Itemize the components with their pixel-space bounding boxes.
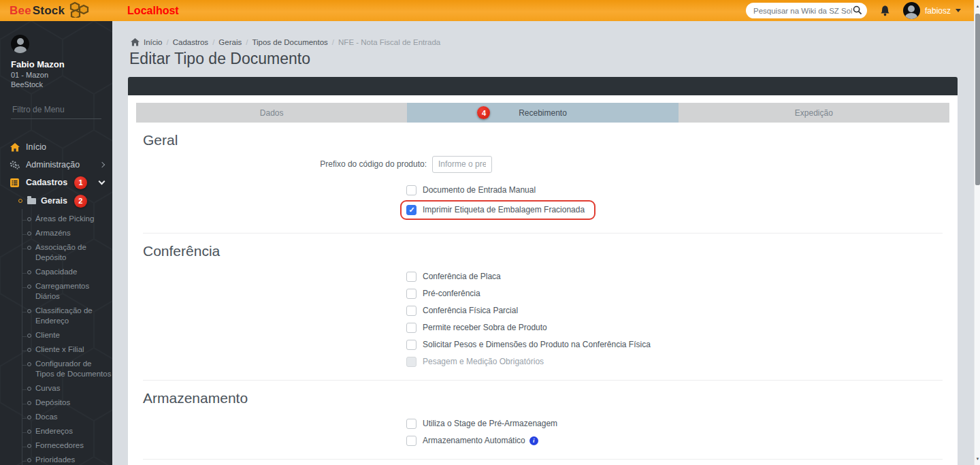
checkbox-label[interactable]: Imprimir Etiqueta de Embalagem Fracionad… xyxy=(423,205,585,214)
breadcrumb-cadastros[interactable]: Cadastros xyxy=(173,38,208,46)
breadcrumb-separator: / xyxy=(167,38,169,46)
checkbox-solicitar-pesos-dimensoes[interactable] xyxy=(406,340,416,350)
bullet-ring-icon xyxy=(18,199,22,203)
bullet-icon xyxy=(27,309,31,313)
prefix-input[interactable] xyxy=(432,156,492,173)
bullet-icon xyxy=(27,231,31,236)
checkbox-label[interactable]: Conferência Física Parcial xyxy=(423,306,518,315)
list-icon xyxy=(10,178,20,187)
breadcrumb-gerais[interactable]: Gerais xyxy=(218,38,242,46)
checkbox-armazenamento-automatico[interactable] xyxy=(406,436,416,446)
sidebar-item-cliente-x-filial[interactable]: Cliente x Filial xyxy=(22,342,112,357)
sidebar-item-enderecos[interactable]: Endereços xyxy=(22,424,112,438)
bullet-icon xyxy=(27,401,31,405)
checkbox-conferencia-fisica-parcial[interactable] xyxy=(406,306,416,316)
prefix-label: Prefixo do código do produto: xyxy=(136,159,432,169)
hexagon-logo-icon xyxy=(69,1,89,20)
beestock-logo[interactable]: BeeStock xyxy=(10,1,89,20)
sidebar-item-classificacao-de-endereco[interactable]: Classificação de Endereço xyxy=(22,304,112,328)
menu-filter-input[interactable] xyxy=(11,102,101,119)
checkbox-label[interactable]: Permite receber Sobra de Produto xyxy=(423,323,547,332)
wiki-search-input[interactable] xyxy=(746,3,867,18)
magnifier-icon[interactable] xyxy=(853,5,862,18)
sidebar-item-inicio[interactable]: Início xyxy=(0,138,112,156)
sidebar-item-associacao-de-deposito[interactable]: Associação de Depósito xyxy=(22,240,112,265)
checkbox-label[interactable]: Pré-conferência xyxy=(423,289,480,298)
sidebar-item-administracao[interactable]: Administração xyxy=(0,156,112,174)
bullet-icon xyxy=(27,415,31,419)
info-icon[interactable]: i xyxy=(529,436,538,445)
section-title-conferencia: Conferência xyxy=(143,243,949,259)
sidebar-group-gerais[interactable]: Gerais 2 xyxy=(0,193,112,209)
chevron-right-icon xyxy=(99,162,105,167)
chevron-down-icon xyxy=(99,178,105,185)
sidebar-avatar[interactable] xyxy=(11,35,29,53)
sidebar-item-carregamentos-diarios[interactable]: Carregamentos Diários xyxy=(22,279,112,304)
page-scrollbar[interactable]: ▲ ▼ xyxy=(974,0,980,465)
panel-header-bar xyxy=(128,77,958,95)
tab-label: Expedição xyxy=(795,108,833,118)
breadcrumb-separator: / xyxy=(212,38,214,46)
breadcrumb-separator: / xyxy=(246,38,248,46)
checkbox-row-permite-receber-sobra: Permite receber Sobra de Produto xyxy=(406,322,949,333)
notifications-bell-icon[interactable] xyxy=(879,5,891,17)
sidebar-user-name: Fabio Mazon xyxy=(11,59,101,69)
sidebar-item-prioridades[interactable]: Prioridades xyxy=(22,453,112,465)
sidebar-user-company: BeeStock xyxy=(11,80,101,89)
environment-label: Localhost xyxy=(127,5,179,17)
checkbox-pre-conferencia[interactable] xyxy=(406,289,416,299)
document-type-panel: Dados 4 Recebimento Expedição Geral Pref… xyxy=(128,77,958,465)
tab-recebimento[interactable]: 4 Recebimento xyxy=(407,103,678,123)
brand-stock: Stock xyxy=(33,4,65,18)
sidebar-group-label: Gerais xyxy=(41,196,67,206)
checkbox-label: Pesagem e Medição Obrigatórios xyxy=(423,357,544,366)
checkbox-label[interactable]: Utiliza o Stage de Pré-Armazenagem xyxy=(423,419,557,428)
sidebar-submenu: Áreas de Picking Armazéns Associação de … xyxy=(22,212,112,465)
checkbox-utiliza-stage[interactable] xyxy=(406,419,416,429)
scrollbar-thumb[interactable] xyxy=(975,14,980,185)
checkbox-pesagem-medicao xyxy=(406,357,416,367)
tab-dados[interactable]: Dados xyxy=(136,103,407,123)
checkbox-label[interactable]: Solicitar Pesos e Dimensões do Produto n… xyxy=(423,340,651,349)
scrollbar-down-arrow-icon[interactable]: ▼ xyxy=(975,454,980,464)
section-title-armazenamento: Armazenamento xyxy=(143,390,949,406)
bullet-icon xyxy=(27,458,31,462)
bullet-icon xyxy=(27,348,31,352)
checkbox-row-pesagem-medicao: Pesagem e Medição Obrigatórios xyxy=(406,356,949,367)
checkbox-documento-entrada-manual[interactable] xyxy=(406,185,416,195)
checkbox-label[interactable]: Armazenamento Automático xyxy=(423,436,525,445)
checkbox-permite-receber-sobra[interactable] xyxy=(406,323,416,333)
breadcrumb-inicio[interactable]: Início xyxy=(144,38,163,46)
sidebar-user-branch: 01 - Mazon xyxy=(11,71,101,79)
bullet-icon xyxy=(27,217,31,221)
breadcrumb-tipos-de-documentos[interactable]: Tipos de Documentos xyxy=(252,38,327,46)
sidebar-item-cliente[interactable]: Cliente xyxy=(22,328,112,342)
main-content: Início / Cadastros / Gerais / Tipos de D… xyxy=(112,21,974,465)
checkbox-label[interactable]: Conferência de Placa xyxy=(423,272,501,281)
sidebar-item-curvas[interactable]: Curvas xyxy=(22,381,112,396)
sidebar-item-cadastros[interactable]: Cadastros 1 xyxy=(0,174,112,191)
sidebar-item-docas[interactable]: Docas xyxy=(22,410,112,424)
sidebar-item-configurador-de-tipos-de-documentos[interactable]: Configurador de Tipos de Documentos xyxy=(22,357,112,381)
username-label: fabiosz xyxy=(925,6,951,16)
sidebar-user-block: Fabio Mazon 01 - Mazon BeeStock xyxy=(0,21,112,89)
checkbox-conferencia-de-placa[interactable] xyxy=(406,272,416,282)
section-divider xyxy=(143,380,943,381)
user-menu[interactable]: fabiosz xyxy=(903,2,961,19)
sidebar-item-areas-de-picking[interactable]: Áreas de Picking xyxy=(22,212,112,226)
scrollbar-up-arrow-icon[interactable]: ▲ xyxy=(975,1,980,11)
bullet-icon xyxy=(27,430,31,434)
sidebar-item-fornecedores[interactable]: Fornecedores xyxy=(22,438,112,453)
prefix-form-row: Prefixo do código do produto: xyxy=(136,155,949,173)
checkbox-label[interactable]: Documento de Entrada Manual xyxy=(423,185,536,195)
bullet-icon xyxy=(27,285,31,289)
top-header: BeeStock Localhost xyxy=(0,0,980,21)
app-window: BeeStock Localhost xyxy=(0,0,980,465)
sidebar-item-armazens[interactable]: Armazéns xyxy=(22,226,112,240)
breadcrumb-separator: / xyxy=(332,38,334,46)
sidebar-item-capacidade[interactable]: Capacidade xyxy=(22,265,112,279)
tab-expedicao[interactable]: Expedição xyxy=(679,103,949,123)
breadcrumb-home-icon[interactable] xyxy=(131,38,140,46)
checkbox-imprimir-etiqueta[interactable] xyxy=(406,205,416,215)
sidebar-item-depositos[interactable]: Depósitos xyxy=(22,396,112,410)
